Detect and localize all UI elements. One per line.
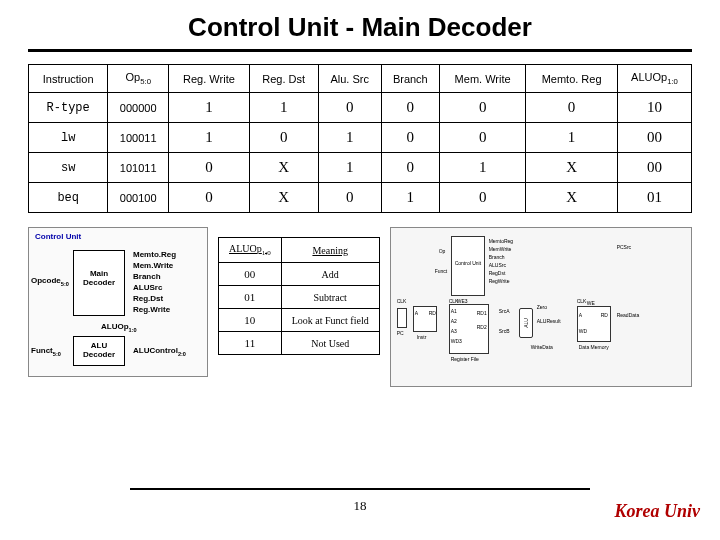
cell-value: 0: [381, 93, 439, 123]
dp-alu-label: ALU: [523, 318, 529, 328]
cell-value: 0: [381, 123, 439, 153]
alucontrol-label: ALUControl2:0: [133, 346, 186, 357]
table-row: 00Add: [219, 263, 380, 286]
out-alusrc: ALUSrc: [133, 283, 162, 292]
col-regwrite: Reg. Write: [169, 65, 250, 93]
dp-aluresult: ALUResult: [537, 318, 561, 324]
dp-clk1: CLK: [397, 298, 407, 304]
aluop-col-meaning: Meaning: [281, 238, 379, 263]
dp-clk3: CLK: [577, 298, 587, 304]
footer-rule: [130, 488, 590, 490]
cell-value: 1: [318, 153, 381, 183]
cell-value: 0: [381, 153, 439, 183]
cell-opcode: 000100: [108, 183, 169, 213]
page-number: 18: [0, 498, 720, 514]
cell-value: 01: [617, 183, 691, 213]
cell-opcode: 101011: [108, 153, 169, 183]
col-alusrc: Alu. Src: [318, 65, 381, 93]
col-regdst: Reg. Dst: [249, 65, 318, 93]
dp-a1: A: [415, 310, 418, 316]
dp-memtoreg: MemtoReg: [489, 238, 513, 244]
table-row: 01Subtract: [219, 286, 380, 309]
col-op: Op5:0: [108, 65, 169, 93]
cell-value: X: [526, 183, 618, 213]
dp-control-unit: [451, 236, 485, 296]
dp-regwrite: RegWrite: [489, 278, 510, 284]
dp-pc-label: PC: [397, 330, 404, 336]
control-unit-diagram: Control Unit Main Decoder Opcode5:0 Memt…: [28, 227, 208, 377]
cell-value: 1: [169, 93, 250, 123]
cell-value: X: [249, 153, 318, 183]
cell-value: 10: [617, 93, 691, 123]
out-memtoreg: Memto.Reg: [133, 250, 176, 259]
out-regwrite: Reg.Write: [133, 305, 170, 314]
col-aluop: ALUOp1:0: [617, 65, 691, 93]
cell-value: 0: [318, 93, 381, 123]
page-title: Control Unit - Main Decoder: [28, 12, 692, 43]
table-row: beq0001000X010X01: [29, 183, 692, 213]
table-row: 10Look at Funct field: [219, 309, 380, 332]
aluop-col-code: ALUOp1:0: [219, 238, 282, 263]
main-table-body: R-type00000011000010lw10001110100100sw10…: [29, 93, 692, 213]
dp-rd1o: RD1: [477, 310, 487, 316]
dp-op: Op: [439, 248, 446, 254]
main-decoder-table: Instruction Op5:0 Reg. Write Reg. Dst Al…: [28, 64, 692, 213]
cell-value: 0: [169, 153, 250, 183]
dp-zero: Zero: [537, 304, 547, 310]
aluop-signal: ALUOp1:0: [101, 322, 137, 333]
brand-label: Korea Univ: [615, 501, 701, 522]
cell-aluop-meaning: Not Used: [281, 332, 379, 355]
title-rule: [28, 49, 692, 52]
cell-value: 1: [526, 123, 618, 153]
cell-value: 00: [617, 153, 691, 183]
cell-instruction: sw: [29, 153, 108, 183]
table-row: 11Not Used: [219, 332, 380, 355]
col-instruction: Instruction: [29, 65, 108, 93]
col-memtoreg: Memto. Reg: [526, 65, 618, 93]
dp-srca: SrcA: [499, 308, 510, 314]
cell-value: X: [249, 183, 318, 213]
dp-ra1: A1: [451, 308, 457, 314]
cell-value: 1: [439, 153, 525, 183]
dp-regdst: RegDst: [489, 270, 506, 276]
cell-value: 00: [617, 123, 691, 153]
cell-value: 0: [318, 183, 381, 213]
aluop-table: ALUOp1:0 Meaning 00Add01Subtract10Look a…: [218, 237, 380, 355]
cell-value: 0: [439, 93, 525, 123]
col-branch: Branch: [381, 65, 439, 93]
dp-drd: RD: [601, 312, 608, 318]
cell-value: 0: [169, 183, 250, 213]
dp-instr: Instr: [417, 334, 427, 340]
cell-opcode: 100011: [108, 123, 169, 153]
out-memwrite: Mem.Write: [133, 261, 173, 270]
cell-instruction: R-type: [29, 93, 108, 123]
dp-ra2: A2: [451, 318, 457, 324]
dp-rd1: RD: [429, 310, 436, 316]
dp-rd2o: RD2: [477, 324, 487, 330]
dp-readdata: ReadData: [617, 312, 640, 318]
cell-aluop-meaning: Add: [281, 263, 379, 286]
cell-aluop-code: 01: [219, 286, 282, 309]
cell-value: 0: [249, 123, 318, 153]
cell-aluop-code: 11: [219, 332, 282, 355]
datapath-diagram: Control Unit MemtoReg MemWrite Branch AL…: [390, 227, 692, 387]
dp-we: WE: [587, 300, 595, 306]
cell-value: 0: [439, 183, 525, 213]
opcode-label: Opcode5:0: [31, 276, 69, 287]
cell-instruction: beq: [29, 183, 108, 213]
alu-decoder-box: ALU Decoder: [73, 336, 125, 366]
cell-value: 0: [526, 93, 618, 123]
dp-da: A: [579, 312, 582, 318]
out-regdst: Reg.Dst: [133, 294, 163, 303]
cell-value: 1: [381, 183, 439, 213]
dp-alusrc: ALUSrc: [489, 262, 506, 268]
col-memwrite: Mem. Write: [439, 65, 525, 93]
dp-pc: [397, 308, 407, 328]
cell-opcode: 000000: [108, 93, 169, 123]
dp-memwrite: MemWrite: [489, 246, 512, 252]
dp-branch: Branch: [489, 254, 505, 260]
dp-pcsrc: PCSrc: [617, 244, 631, 250]
table-row: sw1010110X101X00: [29, 153, 692, 183]
dp-funct: Funct: [435, 268, 448, 274]
cell-aluop-code: 00: [219, 263, 282, 286]
